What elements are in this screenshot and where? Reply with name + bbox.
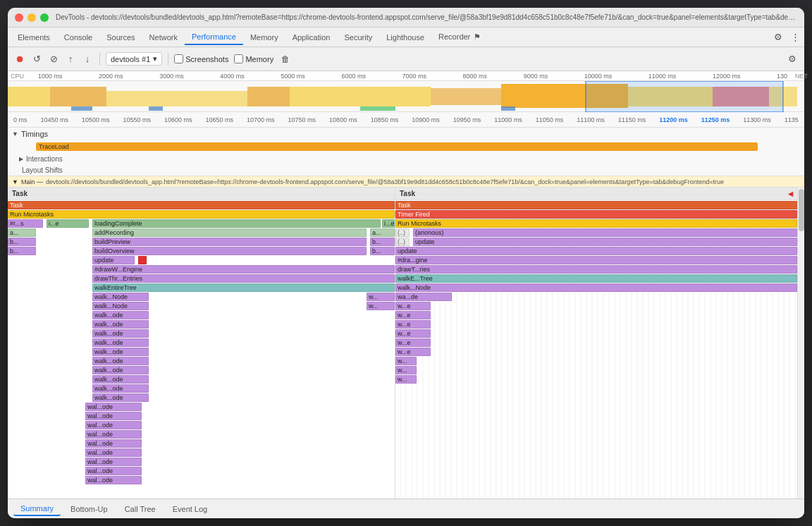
flame-block-wn2r[interactable]: w... [367, 302, 395, 310]
flame-block-wn1r[interactable]: w... [367, 293, 395, 301]
rflame-block-we5[interactable]: w...e [395, 338, 431, 347]
tab-application[interactable]: Application [285, 30, 338, 44]
record-button[interactable]: ⏺ [13, 53, 26, 66]
rflame-block-we1[interactable]: w...e [395, 302, 431, 310]
settings-button[interactable]: ⚙ [772, 31, 785, 44]
flame-block-walko2[interactable]: walk...ode [92, 320, 149, 329]
rflame-block-we2[interactable]: w...e [395, 311, 431, 319]
flame-row-walko10: walk...ode [8, 393, 395, 402]
tab-security[interactable]: Security [337, 30, 379, 44]
rflame-block-we6[interactable]: w...e [395, 348, 431, 356]
flame-block-b2[interactable]: b... [370, 238, 395, 246]
flame-block-walo9[interactable]: wal...ode [85, 476, 142, 484]
flame-block-b3[interactable]: b... [8, 247, 36, 255]
rflame-block-we4[interactable]: w...e [395, 329, 431, 338]
flame-row-run-microtasks[interactable]: Run Microtasks [8, 209, 395, 219]
rflame-block-walkn[interactable]: walk...Node [395, 283, 797, 292]
tab-recorder[interactable]: Recorder ⚑ [431, 30, 488, 44]
flame-block-a1[interactable]: a... [8, 228, 36, 237]
flame-block-b1[interactable]: b... [8, 238, 36, 246]
flame-block-walko1[interactable]: walk...ode [92, 311, 149, 319]
flame-block-b4[interactable]: b... [370, 247, 395, 255]
flame-block-update1[interactable]: update [92, 256, 135, 264]
upload-button[interactable]: ↑ [64, 53, 77, 66]
flame-block-walo1[interactable]: wal...ode [85, 403, 142, 411]
trash-icon[interactable]: 🗑 [279, 53, 292, 66]
rflame-block-wade[interactable]: wa...de [395, 293, 452, 301]
reload-record-button[interactable]: ↺ [30, 53, 43, 66]
flame-block-lc[interactable]: loadingComplete [92, 219, 381, 228]
tab-performance[interactable]: Performance [185, 30, 243, 45]
flame-block-walko10[interactable]: walk...ode [92, 393, 149, 402]
flame-block-walko8[interactable]: walk...ode [92, 375, 149, 384]
tab-elements[interactable]: Elements [11, 30, 57, 44]
maximize-button[interactable] [40, 13, 49, 22]
flame-block-drawt[interactable]: drawThr...Entries [92, 274, 395, 283]
rflame-block-update1[interactable]: update [413, 238, 797, 246]
flame-block-walkn2[interactable]: walk...Node [92, 302, 149, 310]
flame-block-walo8[interactable]: wal...ode [85, 467, 142, 475]
flame-block-walko5[interactable]: walk...ode [92, 348, 149, 356]
flame-block-walo3[interactable]: wal...ode [85, 421, 142, 429]
flame-row-update1: update [8, 255, 395, 264]
tab-memory[interactable]: Memory [243, 30, 285, 44]
flame-block-walo5[interactable]: wal...ode [85, 439, 142, 448]
flame-block-walo7[interactable]: wal...ode [85, 458, 142, 466]
tab-sources[interactable]: Sources [99, 30, 142, 44]
flame-block-bo[interactable]: buildOverview [92, 247, 367, 255]
rflame-block-anon[interactable]: (anonous) [413, 228, 797, 237]
flame-block-r1[interactable]: #r...s [8, 219, 43, 228]
rflame-block-update2[interactable]: update [395, 247, 797, 255]
rflame-block-we3[interactable]: w...e [395, 320, 431, 329]
tab-lighthouse[interactable]: Lighthouse [379, 30, 431, 44]
flame-block-walko9[interactable]: walk...ode [92, 384, 149, 393]
close-button[interactable] [15, 13, 23, 22]
screenshots-checkbox[interactable] [174, 54, 183, 63]
flame-block-walko7[interactable]: walk...ode [92, 366, 149, 374]
flame-block-ie[interactable]: i...e [47, 219, 89, 228]
flame-row-walkn2: walk...Node w... [8, 301, 395, 310]
overview-bar[interactable] [8, 81, 804, 112]
flame-block-walkn1[interactable]: walk...Node [92, 293, 149, 301]
rflame-block-walke[interactable]: walkE...Tree [395, 274, 797, 283]
rflame-block-task[interactable]: Task [395, 201, 797, 209]
flame-block-ie2[interactable]: i...e [382, 219, 395, 228]
flame-block-walo2[interactable]: wal...ode [85, 412, 142, 420]
vertical-scrollbar[interactable] [797, 188, 804, 499]
customize-button[interactable]: ⋮ [789, 31, 801, 44]
clear-button[interactable]: ⊘ [47, 53, 60, 66]
flame-block-task[interactable]: Task [8, 201, 395, 209]
tab-console[interactable]: Console [57, 30, 99, 44]
flame-block-walko4[interactable]: walk...ode [92, 338, 149, 347]
interactions-expand-icon[interactable]: ▶ [19, 156, 23, 162]
flame-block-walko3[interactable]: walk...ode [92, 329, 149, 338]
flame-block-walko6[interactable]: walk...ode [92, 357, 149, 365]
tab-network[interactable]: Network [142, 30, 185, 44]
rflame-block-drawt[interactable]: drawT...ries [395, 265, 797, 274]
tab-event-log[interactable]: Event Log [166, 503, 215, 515]
flame-block-u1[interactable] [138, 256, 147, 264]
rflame-block-w3[interactable]: w... [395, 375, 417, 384]
rflame-block-drawgine[interactable]: #dra...gine [395, 256, 797, 264]
flame-block-walo6[interactable]: wal...ode [85, 448, 142, 457]
rflame-block-w2[interactable]: w... [395, 366, 417, 374]
rflame-block-w1[interactable]: w... [395, 357, 417, 365]
flame-block-walke[interactable]: walkEntireTree [92, 283, 395, 292]
minimize-button[interactable] [27, 13, 36, 22]
flame-block-walo4[interactable]: wal...ode [85, 430, 142, 439]
flame-block-ar[interactable]: addRecording [92, 228, 367, 237]
tab-bottom-up[interactable]: Bottom-Up [63, 503, 115, 515]
tab-call-tree[interactable]: Call Tree [118, 503, 163, 515]
rflame-block-microtasks[interactable]: Run Microtasks [395, 219, 797, 228]
memory-checkbox[interactable] [234, 54, 243, 63]
flame-block-a2[interactable]: a... [370, 228, 395, 237]
flame-block-draww[interactable]: #drawW...Engine [92, 265, 395, 274]
profile-selector[interactable]: devtools #1 ▾ [106, 52, 162, 66]
tab-summary[interactable]: Summary [13, 502, 61, 516]
flame-block-run-microtasks[interactable]: Run Microtasks [8, 210, 395, 219]
flame-block-bp[interactable]: buildPreview [92, 238, 367, 246]
timings-collapse-icon[interactable]: ▼ [12, 130, 18, 137]
settings-gear-icon[interactable]: ⚙ [786, 53, 799, 66]
rflame-block-timer[interactable]: Timer Fired [395, 210, 797, 219]
download-button[interactable]: ↓ [81, 53, 94, 66]
